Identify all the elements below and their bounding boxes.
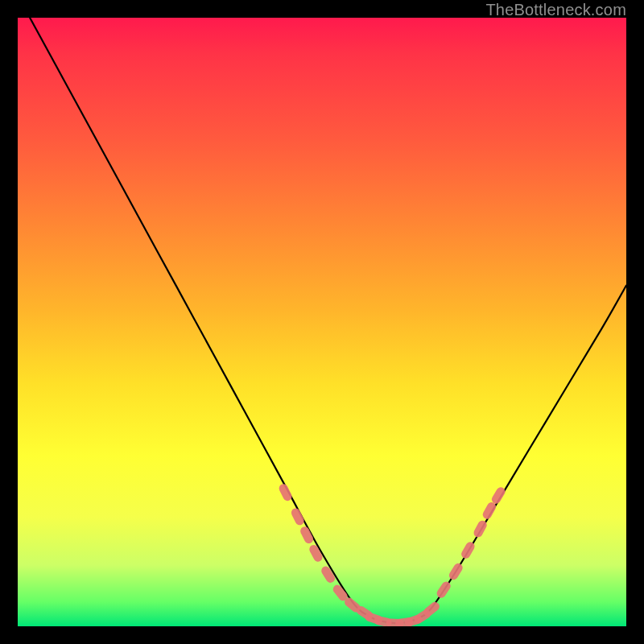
marker-lozenge — [278, 482, 294, 502]
marker-lozenge — [481, 501, 497, 521]
chart-frame: TheBottleneck.com — [0, 0, 644, 644]
watermark-text: TheBottleneck.com — [485, 1, 626, 19]
plot-area — [18, 18, 626, 626]
chart-svg — [18, 18, 626, 626]
marker-lozenge — [490, 485, 507, 506]
marker-lozenge — [448, 562, 464, 582]
marker-lozenge — [290, 507, 306, 527]
highlight-markers — [278, 482, 507, 626]
bottleneck-curve — [30, 18, 626, 623]
